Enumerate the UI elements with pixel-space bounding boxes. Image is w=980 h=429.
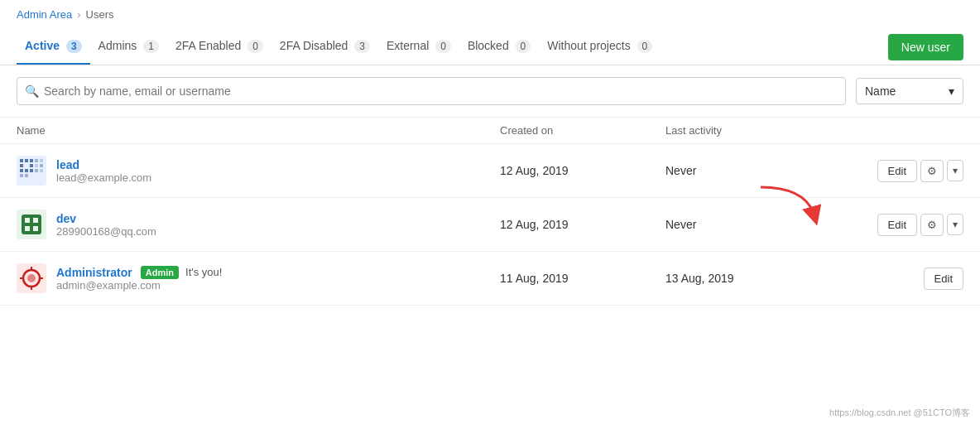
- tab-blocked-label: Blocked: [468, 39, 509, 52]
- tab-without-projects[interactable]: Without projects 0: [539, 29, 661, 65]
- user-name-admin[interactable]: Administrator: [56, 266, 132, 279]
- svg-rect-8: [30, 169, 33, 172]
- sort-select[interactable]: Name ▾: [856, 78, 963, 104]
- avatar-lead: [17, 156, 46, 186]
- svg-rect-18: [22, 214, 41, 234]
- user-details-lead: lead lead@example.com: [56, 158, 151, 184]
- tab-blocked[interactable]: Blocked 0: [459, 29, 539, 65]
- tab-admins[interactable]: Admins 1: [90, 29, 167, 65]
- edit-button-admin[interactable]: Edit: [924, 268, 963, 290]
- user-details-admin: Administrator Admin It's you! admin@exam…: [56, 266, 222, 292]
- its-you-label: It's you!: [185, 266, 222, 278]
- tab-without-projects-label: Without projects: [547, 39, 630, 52]
- tab-active-label: Active: [25, 39, 60, 52]
- table-row: lead lead@example.com 12 Aug, 2019 Never…: [0, 144, 980, 198]
- activity-lead: Never: [665, 164, 831, 177]
- col-activity-header: Last activity: [665, 124, 831, 137]
- search-input-wrap: 🔍: [17, 77, 846, 105]
- breadcrumb-separator: ›: [77, 8, 80, 21]
- svg-rect-14: [40, 164, 43, 167]
- user-info-lead: lead lead@example.com: [17, 156, 500, 186]
- svg-rect-11: [35, 159, 38, 162]
- tab-2fa-disabled[interactable]: 2FA Disabled 3: [271, 29, 378, 65]
- search-input[interactable]: [17, 77, 846, 105]
- tab-external[interactable]: External 0: [378, 29, 459, 65]
- col-name-header: Name: [17, 124, 500, 137]
- user-name-dev[interactable]: dev: [56, 212, 156, 225]
- tab-external-count: 0: [435, 40, 451, 53]
- sort-label: Name: [865, 84, 896, 98]
- avatar-dev: [17, 210, 46, 239]
- activity-dev: Never: [665, 218, 831, 231]
- tab-2fa-enabled-label: 2FA Enabled: [175, 39, 241, 52]
- tab-admins-label: Admins: [98, 39, 137, 52]
- svg-rect-5: [30, 164, 33, 167]
- edit-button-dev[interactable]: Edit: [877, 214, 917, 236]
- table-row: dev 289900168@qq.com 12 Aug, 2019 Never …: [0, 198, 980, 252]
- user-email-lead: lead@example.com: [56, 171, 151, 184]
- tabs-list: Active 3 Admins 1 2FA Enabled 0 2FA Disa…: [17, 29, 661, 65]
- user-info-admin: Administrator Admin It's you! admin@exam…: [17, 263, 500, 293]
- table-header: Name Created on Last activity: [0, 118, 980, 144]
- gear-button-lead[interactable]: ⚙: [920, 160, 944, 182]
- edit-button-lead[interactable]: Edit: [877, 160, 917, 182]
- breadcrumb: Admin Area › Users: [0, 0, 980, 29]
- svg-rect-9: [20, 174, 23, 177]
- breadcrumb-current: Users: [86, 8, 114, 21]
- created-lead: 12 Aug, 2019: [500, 164, 665, 177]
- svg-rect-21: [25, 226, 30, 231]
- tab-external-label: External: [387, 39, 429, 52]
- dropdown-button-dev[interactable]: ▾: [947, 214, 963, 235]
- svg-rect-16: [40, 169, 43, 172]
- svg-rect-19: [25, 218, 30, 223]
- tab-active-count: 3: [66, 40, 82, 53]
- tab-without-projects-count: 0: [637, 40, 653, 53]
- user-name-lead[interactable]: lead: [56, 158, 151, 171]
- svg-rect-22: [33, 226, 38, 231]
- breadcrumb-admin-link[interactable]: Admin Area: [17, 8, 72, 21]
- svg-rect-6: [20, 169, 23, 172]
- search-bar: 🔍 Name ▾: [0, 65, 980, 118]
- user-info-dev: dev 289900168@qq.com: [17, 210, 500, 239]
- svg-rect-13: [35, 164, 38, 167]
- tab-2fa-enabled[interactable]: 2FA Enabled 0: [167, 29, 271, 65]
- svg-rect-10: [25, 174, 28, 177]
- svg-rect-7: [25, 169, 28, 172]
- svg-rect-20: [33, 218, 38, 223]
- users-table: lead lead@example.com 12 Aug, 2019 Never…: [0, 144, 980, 306]
- actions-dev: Edit ⚙ ▾: [831, 214, 963, 236]
- actions-admin: Edit: [831, 268, 963, 290]
- table-row: Administrator Admin It's you! admin@exam…: [0, 252, 980, 306]
- svg-rect-3: [30, 159, 33, 162]
- tab-2fa-disabled-label: 2FA Disabled: [280, 39, 348, 52]
- svg-rect-1: [20, 159, 23, 162]
- svg-rect-2: [25, 159, 28, 162]
- created-dev: 12 Aug, 2019: [500, 218, 665, 231]
- new-user-button[interactable]: New user: [888, 34, 963, 60]
- col-created-header: Created on: [500, 124, 665, 137]
- admin-badge: Admin: [141, 266, 179, 279]
- tab-blocked-count: 0: [516, 40, 531, 53]
- dropdown-button-lead[interactable]: ▾: [947, 160, 963, 181]
- tab-admins-count: 1: [143, 40, 159, 53]
- avatar-admin: [17, 263, 46, 293]
- svg-rect-15: [35, 169, 38, 172]
- user-email-dev: 289900168@qq.com: [56, 225, 156, 238]
- tabs-bar: Active 3 Admins 1 2FA Enabled 0 2FA Disa…: [0, 29, 980, 65]
- svg-rect-12: [40, 159, 43, 162]
- tab-active[interactable]: Active 3: [17, 29, 90, 65]
- user-details-dev: dev 289900168@qq.com: [56, 212, 156, 238]
- svg-point-26: [27, 274, 36, 282]
- user-email-admin: admin@example.com: [56, 279, 222, 292]
- created-admin: 11 Aug, 2019: [500, 272, 665, 285]
- chevron-down-icon: ▾: [949, 84, 954, 98]
- activity-admin: 13 Aug, 2019: [665, 272, 831, 285]
- actions-lead: Edit ⚙ ▾: [831, 160, 963, 182]
- tab-2fa-disabled-count: 3: [354, 40, 370, 53]
- gear-button-dev[interactable]: ⚙: [920, 214, 944, 236]
- tab-2fa-enabled-count: 0: [247, 40, 263, 53]
- svg-rect-4: [20, 164, 23, 167]
- col-actions-header: [831, 124, 963, 137]
- search-icon: 🔍: [25, 84, 39, 98]
